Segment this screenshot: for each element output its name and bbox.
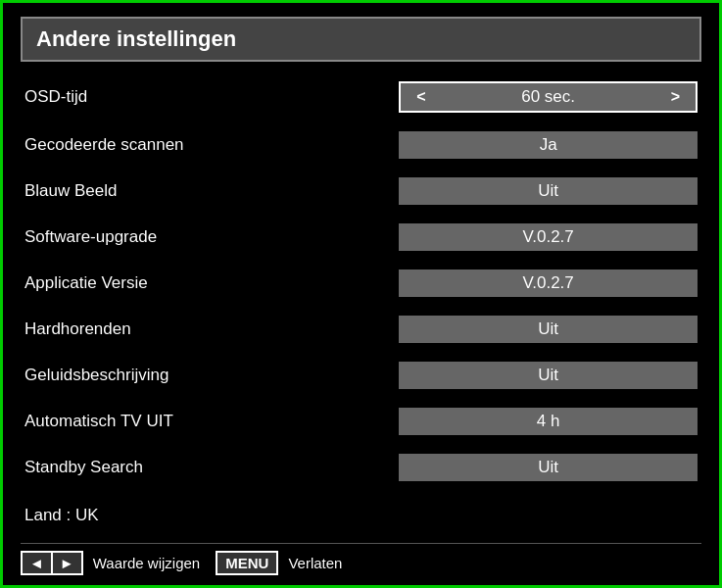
land-label: Land : UK: [21, 506, 701, 525]
setting-label: Geluidsbeschrijving: [21, 352, 395, 398]
left-arrow-btn[interactable]: <: [410, 88, 431, 106]
right-arrow-btn[interactable]: >: [665, 88, 686, 106]
table-row: Standby SearchUit: [21, 444, 701, 490]
setting-label: Applicatie Versie: [21, 261, 395, 307]
value-box: 4 h: [399, 408, 698, 435]
nav-right-btn[interactable]: ►: [53, 553, 81, 573]
bottom-bar: ◄ ► Waarde wijzigen MENU Verlaten: [21, 543, 701, 585]
setting-value-cell: V.0.2.7: [395, 215, 701, 261]
verlaten-label: Verlaten: [288, 555, 342, 571]
value-box: Uit: [399, 316, 698, 343]
setting-value-cell: Uit: [395, 444, 701, 490]
setting-label: Automatisch TV UIT: [21, 398, 395, 444]
value-box: Uit: [399, 177, 698, 205]
nav-left-btn[interactable]: ◄: [23, 553, 53, 573]
setting-value-cell[interactable]: <60 sec.>: [395, 72, 701, 122]
table-row: Applicatie VersieV.0.2.7: [21, 261, 701, 307]
table-row: OSD-tijd<60 sec.>: [21, 72, 701, 122]
page-title: Andere instellingen: [21, 17, 701, 62]
setting-value-cell: Uit: [395, 352, 701, 398]
setting-label: Blauw Beeld: [21, 169, 395, 215]
setting-label: OSD-tijd: [21, 72, 395, 122]
menu-button[interactable]: MENU: [216, 551, 278, 575]
setting-value-cell: Uit: [395, 169, 701, 215]
settings-table: OSD-tijd<60 sec.>Gecodeerde scannenJaBla…: [21, 72, 701, 490]
setting-label: Hardhorenden: [21, 306, 395, 352]
nav-btn-group[interactable]: ◄ ►: [21, 551, 83, 575]
setting-value-cell: 4 h: [395, 398, 701, 444]
setting-value-cell: Ja: [395, 122, 701, 169]
value-box: Ja: [399, 131, 698, 159]
setting-label: Software-upgrade: [21, 215, 395, 261]
setting-label: Standby Search: [21, 444, 395, 490]
table-row: Automatisch TV UIT4 h: [21, 398, 701, 444]
setting-label: Gecodeerde scannen: [21, 122, 395, 169]
footer-area: Land : UK ◄ ► Waarde wijzigen MENU Verla…: [21, 496, 701, 585]
value-box: V.0.2.7: [399, 223, 698, 251]
table-row: GeluidsbeschrijvingUit: [21, 352, 701, 398]
table-row: Gecodeerde scannenJa: [21, 122, 701, 169]
value-box: Uit: [399, 454, 698, 481]
setting-value-cell: V.0.2.7: [395, 261, 701, 307]
value-box-arrows[interactable]: <60 sec.>: [399, 81, 698, 113]
value-text: 60 sec.: [432, 87, 665, 107]
table-row: HardhorendenUit: [21, 306, 701, 352]
table-row: Software-upgradeV.0.2.7: [21, 215, 701, 261]
value-box: V.0.2.7: [399, 270, 698, 297]
waarde-label: Waarde wijzigen: [93, 555, 201, 571]
table-row: Blauw BeeldUit: [21, 169, 701, 215]
setting-value-cell: Uit: [395, 306, 701, 352]
value-box: Uit: [399, 362, 698, 389]
inner-content: Andere instellingen OSD-tijd<60 sec.>Gec…: [3, 3, 719, 585]
outer-border: Andere instellingen OSD-tijd<60 sec.>Gec…: [0, 0, 722, 588]
